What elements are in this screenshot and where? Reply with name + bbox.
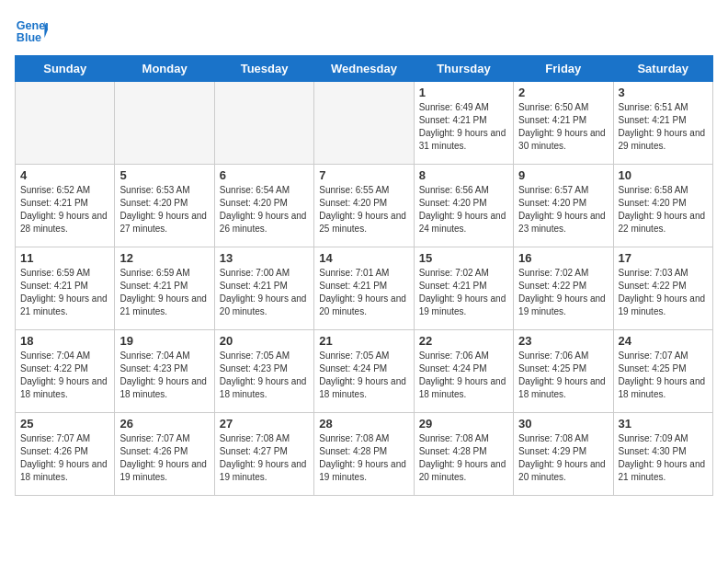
header-day-sunday: Sunday xyxy=(16,56,115,82)
calendar-cell: 1 Sunrise: 6:49 AMSunset: 4:21 PMDayligh… xyxy=(414,82,513,165)
day-info: Sunrise: 7:02 AMSunset: 4:22 PMDaylight:… xyxy=(518,267,608,318)
day-info: Sunrise: 6:53 AMSunset: 4:20 PMDaylight:… xyxy=(119,184,209,236)
calendar-cell: 8 Sunrise: 6:56 AMSunset: 4:20 PMDayligh… xyxy=(414,165,513,247)
day-number: 2 xyxy=(518,86,608,99)
header-day-friday: Friday xyxy=(514,56,613,82)
day-number: 27 xyxy=(220,417,309,431)
day-info: Sunrise: 7:08 AMSunset: 4:27 PMDaylight:… xyxy=(220,432,309,484)
day-number: 18 xyxy=(20,334,109,348)
day-info: Sunrise: 6:56 AMSunset: 4:20 PMDaylight:… xyxy=(419,184,508,236)
calendar-cell: 27 Sunrise: 7:08 AMSunset: 4:27 PMDaylig… xyxy=(214,413,313,496)
day-number: 10 xyxy=(619,168,708,182)
calendar-week-2: 11 Sunrise: 6:59 AMSunset: 4:21 PMDaylig… xyxy=(16,247,713,330)
day-number: 7 xyxy=(319,168,408,182)
calendar-cell: 25 Sunrise: 7:07 AMSunset: 4:26 PMDaylig… xyxy=(16,413,115,496)
day-number: 21 xyxy=(319,334,408,348)
calendar-table: SundayMondayTuesdayWednesdayThursdayFrid… xyxy=(15,55,713,496)
day-number: 11 xyxy=(20,251,109,265)
calendar-cell: 12 Sunrise: 6:59 AMSunset: 4:21 PMDaylig… xyxy=(115,247,214,330)
calendar-cell: 4 Sunrise: 6:52 AMSunset: 4:21 PMDayligh… xyxy=(16,165,115,247)
header-day-tuesday: Tuesday xyxy=(214,56,313,82)
day-number: 9 xyxy=(518,168,608,182)
calendar-header: SundayMondayTuesdayWednesdayThursdayFrid… xyxy=(16,56,713,82)
calendar-cell: 30 Sunrise: 7:08 AMSunset: 4:29 PMDaylig… xyxy=(514,413,613,496)
day-number: 1 xyxy=(419,86,508,99)
day-number: 8 xyxy=(419,168,508,182)
day-info: Sunrise: 7:07 AMSunset: 4:26 PMDaylight:… xyxy=(20,432,109,484)
calendar-week-0: 1 Sunrise: 6:49 AMSunset: 4:21 PMDayligh… xyxy=(16,82,713,165)
day-info: Sunrise: 6:49 AMSunset: 4:21 PMDaylight:… xyxy=(419,101,508,153)
calendar-cell: 2 Sunrise: 6:50 AMSunset: 4:21 PMDayligh… xyxy=(514,82,613,165)
day-number: 4 xyxy=(20,168,109,182)
calendar-cell: 16 Sunrise: 7:02 AMSunset: 4:22 PMDaylig… xyxy=(514,247,613,330)
calendar-cell: 10 Sunrise: 6:58 AMSunset: 4:20 PMDaylig… xyxy=(613,165,712,247)
calendar-cell: 31 Sunrise: 7:09 AMSunset: 4:30 PMDaylig… xyxy=(613,413,712,496)
day-info: Sunrise: 7:09 AMSunset: 4:30 PMDaylight:… xyxy=(619,432,708,484)
day-info: Sunrise: 7:07 AMSunset: 4:26 PMDaylight:… xyxy=(119,432,209,484)
header-day-wednesday: Wednesday xyxy=(314,56,414,82)
day-number: 24 xyxy=(619,334,708,348)
day-info: Sunrise: 6:52 AMSunset: 4:21 PMDaylight:… xyxy=(20,184,109,236)
header-day-thursday: Thursday xyxy=(414,56,513,82)
logo: General Blue xyxy=(15,15,51,48)
day-info: Sunrise: 7:08 AMSunset: 4:28 PMDaylight:… xyxy=(319,432,408,484)
day-number: 25 xyxy=(20,417,109,431)
day-info: Sunrise: 7:05 AMSunset: 4:24 PMDaylight:… xyxy=(319,350,408,401)
day-number: 26 xyxy=(119,417,209,431)
day-info: Sunrise: 7:08 AMSunset: 4:28 PMDaylight:… xyxy=(419,432,508,484)
header-day-monday: Monday xyxy=(115,56,214,82)
calendar-cell: 14 Sunrise: 7:01 AMSunset: 4:21 PMDaylig… xyxy=(314,247,414,330)
calendar-cell: 15 Sunrise: 7:02 AMSunset: 4:21 PMDaylig… xyxy=(414,247,513,330)
day-number: 29 xyxy=(419,417,508,431)
day-info: Sunrise: 6:50 AMSunset: 4:21 PMDaylight:… xyxy=(518,101,608,153)
day-info: Sunrise: 6:58 AMSunset: 4:20 PMDaylight:… xyxy=(619,184,708,236)
calendar-cell xyxy=(214,82,313,165)
calendar-cell xyxy=(16,82,115,165)
logo-icon: General Blue xyxy=(15,15,48,48)
day-number: 28 xyxy=(319,417,408,431)
day-info: Sunrise: 6:57 AMSunset: 4:20 PMDaylight:… xyxy=(518,184,608,236)
day-number: 5 xyxy=(119,168,209,182)
day-info: Sunrise: 7:04 AMSunset: 4:23 PMDaylight:… xyxy=(119,350,209,401)
day-info: Sunrise: 7:05 AMSunset: 4:23 PMDaylight:… xyxy=(220,350,309,401)
header: General Blue xyxy=(15,15,713,48)
calendar-week-3: 18 Sunrise: 7:04 AMSunset: 4:22 PMDaylig… xyxy=(16,330,713,413)
day-number: 31 xyxy=(619,417,708,431)
day-info: Sunrise: 6:59 AMSunset: 4:21 PMDaylight:… xyxy=(119,267,209,318)
day-number: 3 xyxy=(619,86,708,99)
calendar-cell: 20 Sunrise: 7:05 AMSunset: 4:23 PMDaylig… xyxy=(214,330,313,413)
calendar-cell: 5 Sunrise: 6:53 AMSunset: 4:20 PMDayligh… xyxy=(115,165,214,247)
calendar-cell: 28 Sunrise: 7:08 AMSunset: 4:28 PMDaylig… xyxy=(314,413,414,496)
calendar-cell: 17 Sunrise: 7:03 AMSunset: 4:22 PMDaylig… xyxy=(613,247,712,330)
calendar-cell: 11 Sunrise: 6:59 AMSunset: 4:21 PMDaylig… xyxy=(16,247,115,330)
day-info: Sunrise: 7:01 AMSunset: 4:21 PMDaylight:… xyxy=(319,267,408,318)
day-number: 12 xyxy=(119,251,209,265)
calendar-cell: 6 Sunrise: 6:54 AMSunset: 4:20 PMDayligh… xyxy=(214,165,313,247)
calendar-cell: 18 Sunrise: 7:04 AMSunset: 4:22 PMDaylig… xyxy=(16,330,115,413)
day-number: 17 xyxy=(619,251,708,265)
calendar-cell: 23 Sunrise: 7:06 AMSunset: 4:25 PMDaylig… xyxy=(514,330,613,413)
day-info: Sunrise: 6:54 AMSunset: 4:20 PMDaylight:… xyxy=(220,184,309,236)
calendar-cell: 24 Sunrise: 7:07 AMSunset: 4:25 PMDaylig… xyxy=(613,330,712,413)
calendar-cell: 3 Sunrise: 6:51 AMSunset: 4:21 PMDayligh… xyxy=(613,82,712,165)
day-number: 20 xyxy=(220,334,309,348)
day-number: 16 xyxy=(518,251,608,265)
day-number: 22 xyxy=(419,334,508,348)
day-info: Sunrise: 6:59 AMSunset: 4:21 PMDaylight:… xyxy=(20,267,109,318)
day-number: 19 xyxy=(119,334,209,348)
day-info: Sunrise: 6:55 AMSunset: 4:20 PMDaylight:… xyxy=(319,184,408,236)
day-info: Sunrise: 6:51 AMSunset: 4:21 PMDaylight:… xyxy=(619,101,708,153)
day-info: Sunrise: 7:07 AMSunset: 4:25 PMDaylight:… xyxy=(619,350,708,401)
header-day-saturday: Saturday xyxy=(613,56,712,82)
day-number: 13 xyxy=(220,251,309,265)
calendar-cell xyxy=(314,82,414,165)
day-info: Sunrise: 7:00 AMSunset: 4:21 PMDaylight:… xyxy=(220,267,309,318)
day-number: 23 xyxy=(518,334,608,348)
calendar-cell: 21 Sunrise: 7:05 AMSunset: 4:24 PMDaylig… xyxy=(314,330,414,413)
calendar-week-4: 25 Sunrise: 7:07 AMSunset: 4:26 PMDaylig… xyxy=(16,413,713,496)
calendar-cell: 22 Sunrise: 7:06 AMSunset: 4:24 PMDaylig… xyxy=(414,330,513,413)
day-number: 15 xyxy=(419,251,508,265)
calendar-body: 1 Sunrise: 6:49 AMSunset: 4:21 PMDayligh… xyxy=(16,82,713,496)
calendar-cell: 26 Sunrise: 7:07 AMSunset: 4:26 PMDaylig… xyxy=(115,413,214,496)
calendar-cell: 29 Sunrise: 7:08 AMSunset: 4:28 PMDaylig… xyxy=(414,413,513,496)
